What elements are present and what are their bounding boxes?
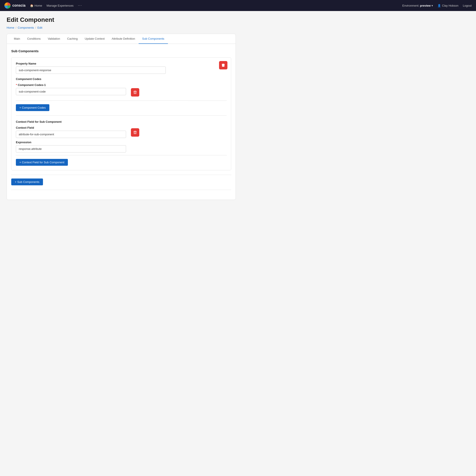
- trash-icon: [133, 131, 137, 135]
- nav-home[interactable]: 🏠 Home: [30, 4, 42, 7]
- sub-components-title: Sub Components: [11, 49, 231, 53]
- component-codes-1-input[interactable]: [16, 88, 126, 95]
- add-context-field-button[interactable]: + Context Field for Sub Component: [16, 159, 68, 166]
- brand-name: conscia: [12, 3, 26, 7]
- tab-attribute-definition[interactable]: Attribute Definition: [108, 34, 139, 44]
- component-codes-1-label: Component Codes-1: [16, 83, 126, 87]
- trash-icon: [133, 90, 137, 94]
- logo-icon: [4, 2, 11, 9]
- context-field-group: Context Field Expression: [16, 126, 226, 153]
- component-codes-title: Component Codes: [16, 77, 226, 81]
- env-value[interactable]: preview: [420, 4, 431, 7]
- breadcrumb-sep-1: /: [16, 26, 17, 29]
- nav-right: Environment: preview ▾ 👤 Clay Hobson Log…: [402, 4, 472, 7]
- add-sub-components-button[interactable]: + Sub Components: [11, 178, 43, 185]
- tab-validation[interactable]: Validation: [44, 34, 64, 44]
- property-name-field-wrapper: [16, 67, 166, 74]
- tab-main[interactable]: Main: [10, 34, 24, 44]
- context-field-label: Context Field: [16, 126, 126, 129]
- component-code-group: Component Codes-1: [16, 83, 226, 98]
- sub-component-block: Property Name Component Codes Component …: [11, 57, 231, 170]
- property-name-label: Property Name: [16, 62, 226, 65]
- brand: conscia: [4, 2, 26, 9]
- page-container: Edit Component Home / Components / Edit …: [0, 11, 242, 205]
- block-delete-button[interactable]: [219, 61, 227, 69]
- card-body: Sub Components Property Name: [7, 44, 236, 200]
- env-label: Environment: preview ▾: [402, 4, 433, 7]
- context-field-item-1: Context Field Expression: [16, 126, 126, 153]
- sub-component-outer-divider: [11, 175, 231, 175]
- tab-update-context[interactable]: Update Context: [81, 34, 108, 44]
- tabs: Main Conditions Validation Caching Updat…: [7, 34, 236, 44]
- property-name-input[interactable]: [16, 67, 166, 74]
- person-icon: 👤: [437, 4, 441, 7]
- bottom-divider: [11, 190, 231, 190]
- main-card: Main Conditions Validation Caching Updat…: [7, 34, 236, 200]
- context-field-delete-button[interactable]: [131, 128, 139, 137]
- breadcrumb-home[interactable]: Home: [7, 26, 14, 29]
- tab-conditions[interactable]: Conditions: [24, 34, 44, 44]
- component-code-delete-button[interactable]: [131, 88, 139, 97]
- context-field-input[interactable]: [16, 131, 126, 138]
- add-component-codes-button[interactable]: + Component Codes: [16, 104, 49, 111]
- expression-label: Expression: [16, 141, 126, 144]
- breadcrumb: Home / Components / Edit: [7, 26, 236, 29]
- tab-caching[interactable]: Caching: [64, 34, 81, 44]
- chevron-down-icon: ▾: [431, 4, 433, 7]
- home-icon: 🏠: [30, 4, 34, 7]
- breadcrumb-edit[interactable]: Edit: [37, 26, 42, 29]
- page-title: Edit Component: [7, 16, 236, 23]
- trash-icon: [221, 63, 225, 67]
- breadcrumb-sep-2: /: [35, 26, 36, 29]
- breadcrumb-components[interactable]: Components: [18, 26, 34, 29]
- user-info: 👤 Clay Hobson: [437, 4, 458, 7]
- component-code-item-1: Component Codes-1: [16, 83, 126, 95]
- context-field-divider: [16, 155, 226, 155]
- nav-manage[interactable]: Manage Experiences: [47, 4, 73, 7]
- context-field-section-title: Context Field for Sub Component: [16, 120, 226, 123]
- tab-sub-components[interactable]: Sub Components: [139, 34, 168, 44]
- component-codes-divider: [16, 101, 226, 101]
- navbar: conscia 🏠 Home Manage Experiences ··· En…: [0, 0, 476, 11]
- nav-more[interactable]: ···: [78, 3, 82, 7]
- logout-button[interactable]: Logout: [463, 4, 472, 7]
- section-divider-1: [16, 116, 226, 116]
- expression-input[interactable]: [16, 145, 126, 153]
